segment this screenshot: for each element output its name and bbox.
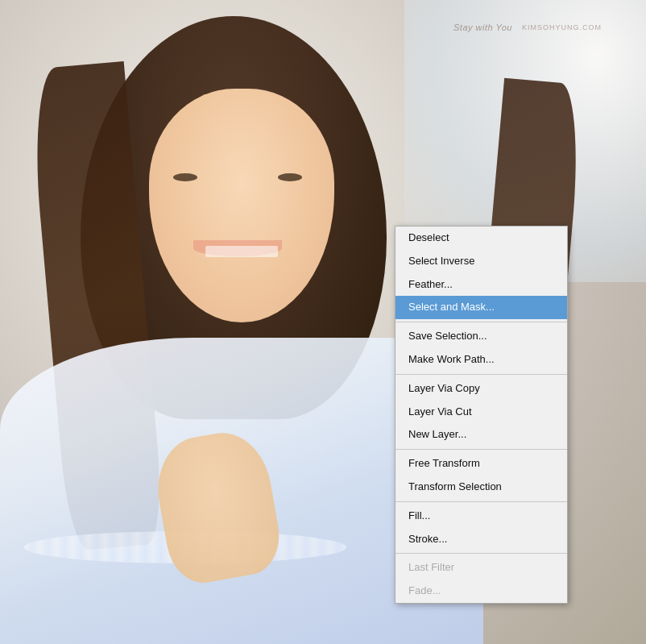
menu-separator bbox=[395, 449, 567, 450]
menu-item-fill[interactable]: Fill... bbox=[395, 505, 567, 528]
menu-item-feather[interactable]: Feather... bbox=[395, 273, 567, 297]
menu-separator bbox=[395, 553, 567, 554]
menu-separator bbox=[395, 501, 567, 502]
menu-item-make-work-path[interactable]: Make Work Path... bbox=[395, 348, 567, 372]
menu-item-save-selection[interactable]: Save Selection... bbox=[395, 325, 567, 348]
menu-item-fade: Fade... bbox=[395, 580, 567, 603]
menu-separator bbox=[395, 374, 567, 375]
menu-item-deselect[interactable]: Deselect bbox=[395, 226, 567, 250]
watermark-text1: Stay with You bbox=[453, 23, 512, 32]
menu-item-free-transform[interactable]: Free Transform bbox=[395, 452, 567, 476]
menu-item-last-filter: Last Filter bbox=[395, 556, 567, 580]
watermark: Stay with You KIMSOHYUNG.COM bbox=[453, 23, 602, 32]
watermark-text2: KIMSOHYUNG.COM bbox=[522, 23, 602, 31]
context-menu: DeselectSelect InverseFeather...Select a… bbox=[395, 226, 568, 604]
menu-separator bbox=[395, 322, 567, 322]
menu-item-select-inverse[interactable]: Select Inverse bbox=[395, 250, 567, 273]
menu-item-transform-selection[interactable]: Transform Selection bbox=[395, 476, 567, 499]
menu-item-layer-via-copy[interactable]: Layer Via Copy bbox=[395, 377, 567, 401]
menu-item-new-layer[interactable]: New Layer... bbox=[395, 423, 567, 447]
menu-item-select-and-mask[interactable]: Select and Mask... bbox=[395, 296, 567, 319]
menu-item-stroke[interactable]: Stroke... bbox=[395, 528, 567, 551]
menu-item-layer-via-cut[interactable]: Layer Via Cut bbox=[395, 401, 567, 424]
